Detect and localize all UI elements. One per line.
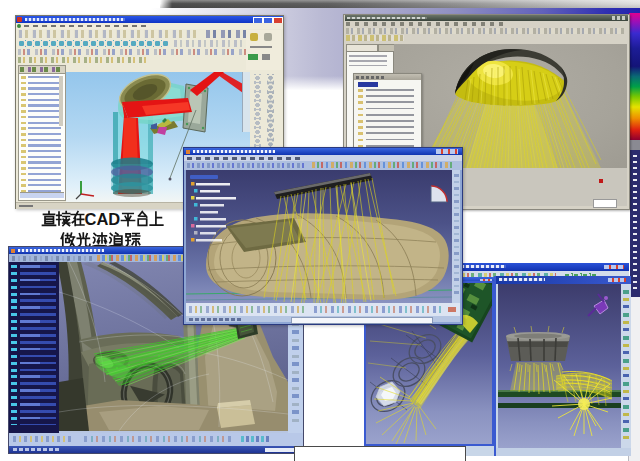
svg-text:CAD: CAD — [85, 210, 121, 228]
